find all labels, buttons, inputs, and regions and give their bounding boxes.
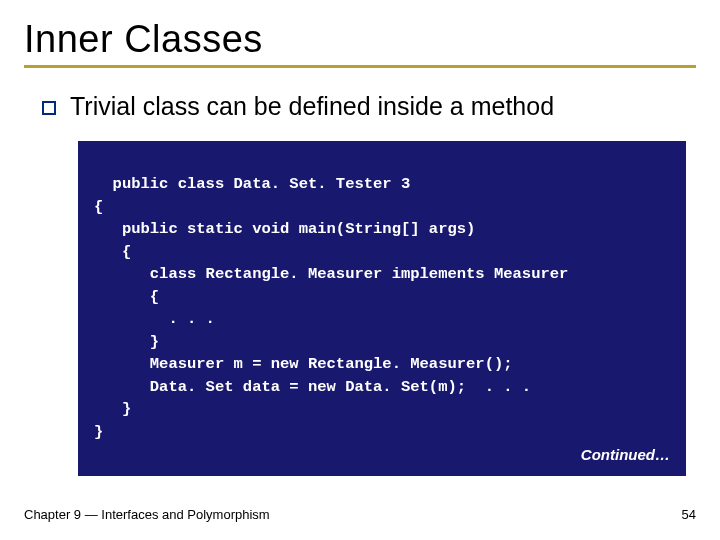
bullet-text: Trivial class can be defined inside a me… <box>70 92 554 121</box>
footer: Chapter 9 — Interfaces and Polymorphism … <box>24 507 696 522</box>
continued-label: Continued… <box>581 444 670 466</box>
footer-chapter: Chapter 9 — Interfaces and Polymorphism <box>24 507 270 522</box>
slide-title: Inner Classes <box>24 18 696 61</box>
footer-page-number: 54 <box>682 507 696 522</box>
square-bullet-icon <box>42 101 56 115</box>
code-content: public class Data. Set. Tester 3 { publi… <box>94 175 568 440</box>
bullet-item: Trivial class can be defined inside a me… <box>42 92 696 121</box>
title-divider <box>24 65 696 68</box>
code-block: public class Data. Set. Tester 3 { publi… <box>78 141 686 476</box>
